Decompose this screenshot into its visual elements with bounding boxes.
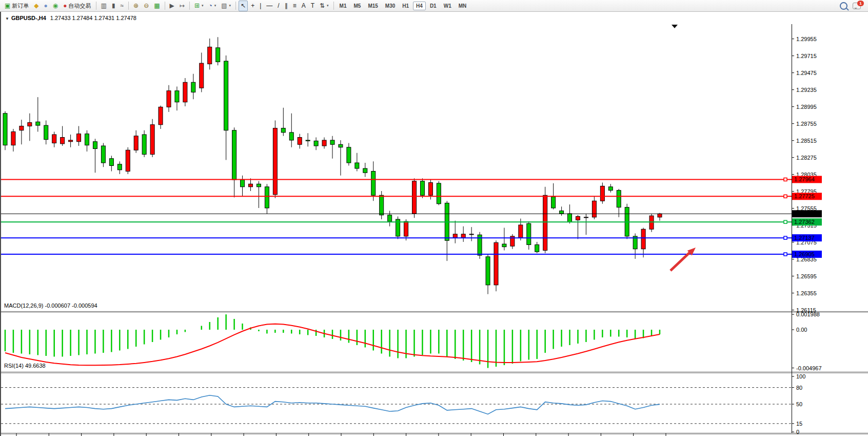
trendline-icon: / (278, 3, 279, 9)
line-chart-button[interactable]: ≈ (119, 1, 126, 11)
crosshair-button[interactable]: + (249, 1, 257, 11)
toolbar-separator (189, 2, 190, 10)
macd-indicator-label: MACD(12,26,9) -0.000607 -0.000594 (4, 302, 97, 309)
zoom-in-button[interactable]: ⊕ (131, 1, 141, 11)
svg-text:100: 100 (796, 373, 805, 380)
timeframe-m5-button[interactable]: M5 (350, 2, 364, 10)
tile-windows-button[interactable]: ▦ (152, 1, 162, 11)
new-order-button-label: 新订单 (12, 2, 29, 10)
timeframe-m30-button[interactable]: M30 (382, 2, 398, 10)
svg-text:0.00: 0.00 (796, 327, 807, 333)
svg-text:-0.004967: -0.004967 (796, 365, 822, 371)
market-watch-icon-icon: ◆ (34, 3, 38, 9)
toolbar-separator (165, 2, 165, 10)
chart-canvas[interactable]: 1.299551.297151.294751.292351.289951.287… (1, 12, 868, 436)
vertical-line-icon: | (260, 3, 261, 9)
fibonacci-icon: ≡ (293, 3, 297, 9)
profile-icon-icon: ● (44, 3, 48, 9)
new-order-button[interactable]: ▣新订单 (3, 1, 31, 11)
svg-text:1.27137: 1.27137 (794, 235, 815, 241)
timeframe-toolbar: M1M5M15M30H1H4D1W1MN (336, 2, 470, 10)
arrows-tool-button[interactable]: ⇅▾ (318, 1, 331, 11)
signal-icon-icon: ◉ (53, 3, 58, 9)
svg-text:1.28995: 1.28995 (796, 104, 817, 110)
periods-clock-button[interactable]: ◔▾ (206, 1, 218, 11)
timeframe-m15-button[interactable]: M15 (365, 2, 381, 10)
auto-trading-icon: ● (63, 3, 67, 9)
svg-text:50: 50 (796, 401, 802, 407)
vertical-line-button[interactable]: | (258, 1, 263, 11)
symbol-period-label: GBPUSD-,H4 (11, 15, 46, 21)
fibonacci-button[interactable]: ≡ (291, 1, 299, 11)
cursor-icon: ↖ (241, 3, 246, 9)
svg-text:1.29235: 1.29235 (796, 87, 817, 93)
collapse-panel-icon[interactable]: ▼ (5, 16, 9, 21)
profile-icon-button[interactable]: ● (42, 1, 50, 11)
text-icon: A (302, 3, 306, 9)
zoom-out-button[interactable]: ⊖ (142, 1, 151, 11)
timeframe-m1-button[interactable]: M1 (337, 2, 350, 10)
svg-text:1.29955: 1.29955 (796, 36, 817, 42)
templates-button[interactable]: ▧▾ (219, 1, 233, 11)
horizontal-line-button[interactable]: — (264, 1, 274, 11)
timeframe-w1-button[interactable]: W1 (441, 2, 455, 10)
svg-text:1.27362: 1.27362 (794, 219, 815, 225)
svg-text:15: 15 (796, 421, 802, 427)
toolbar-separator (96, 2, 96, 10)
toolbar-separator (333, 2, 334, 10)
toolbar-separator (235, 2, 236, 10)
timeframe-h1-button[interactable]: H1 (399, 2, 412, 10)
line-chart-icon: ≈ (121, 3, 124, 9)
chart-shift-button[interactable]: ↦ (177, 1, 187, 11)
svg-text:1.28515: 1.28515 (796, 138, 817, 144)
auto-trading-button[interactable]: ●自动交易 (61, 1, 93, 11)
svg-text:0: 0 (796, 429, 799, 435)
svg-text:1.29475: 1.29475 (796, 70, 817, 76)
timeframe-h4-button[interactable]: H4 (413, 2, 426, 10)
trendline-button[interactable]: / (275, 1, 281, 11)
bar-chart-button[interactable]: ▥ (99, 1, 109, 11)
equidistant-channel-button[interactable]: ∥ (283, 1, 290, 11)
timeframe-mn-button[interactable]: MN (456, 2, 470, 10)
tile-windows-icon: ▦ (154, 3, 160, 9)
auto-trading-button-label: 自动交易 (69, 2, 91, 10)
auto-scroll-icon: ▶ (170, 3, 174, 9)
horizontal-line-icon: — (266, 3, 272, 9)
notification-badge: 1 (857, 1, 864, 6)
chart-title: ▼GBPUSD-,H41.27433 1.27484 1.27431 1.274… (5, 15, 136, 21)
text-label-button[interactable]: T (309, 1, 317, 11)
rsi-indicator-label: RSI(14) 49.6638 (4, 363, 46, 369)
main-toolbar: ▣新订单◆●◉●自动交易▥▮≈⊕⊖▦▶↦⊞▾◔▾▧▾↖+|—/∥≡AT⇅▾ M1… (0, 0, 868, 12)
svg-text:0.001988: 0.001988 (796, 311, 820, 317)
svg-text:1.29715: 1.29715 (796, 53, 817, 59)
indicators-button[interactable]: ⊞▾ (192, 1, 206, 11)
chevron-down-icon[interactable]: ▾ (327, 4, 329, 8)
chart-shift-icon: ↦ (180, 3, 185, 9)
chevron-down-icon[interactable]: ▾ (229, 4, 231, 8)
svg-text:1.27964: 1.27964 (794, 176, 815, 182)
candlestick-chart-icon: ▮ (112, 3, 115, 9)
toolbar-separator (128, 2, 129, 10)
chevron-down-icon[interactable]: ▾ (214, 4, 216, 8)
templates-icon: ▧ (221, 3, 227, 9)
candlestick-chart-button[interactable]: ▮ (110, 1, 117, 11)
ohlc-values: 1.27433 1.27484 1.27431 1.27478 (50, 15, 136, 21)
text-button[interactable]: A (300, 1, 308, 11)
equidistant-channel-icon: ∥ (285, 3, 288, 9)
mt4-terminal: ▣新订单◆●◉●自动交易▥▮≈⊕⊖▦▶↦⊞▾◔▾▧▾↖+|—/∥≡AT⇅▾ M1… (0, 0, 868, 436)
bar-chart-icon: ▥ (101, 3, 107, 9)
chat-icon[interactable]: 1 (853, 3, 861, 9)
svg-text:1.28275: 1.28275 (796, 155, 817, 161)
new-order-icon: ▣ (5, 3, 10, 9)
chart-window[interactable]: ▼GBPUSD-,H41.27433 1.27484 1.27431 1.274… (0, 12, 868, 436)
toolbar-right-group: 1 (840, 2, 868, 10)
svg-text:1.26905: 1.26905 (794, 251, 815, 257)
chevron-down-icon[interactable]: ▾ (202, 4, 204, 8)
cursor-button[interactable]: ↖ (239, 1, 248, 11)
toolbar-button-group: ▣新订单◆●◉●自动交易▥▮≈⊕⊖▦▶↦⊞▾◔▾▧▾↖+|—/∥≡AT⇅▾ (2, 1, 336, 11)
timeframe-d1-button[interactable]: D1 (427, 2, 440, 10)
market-watch-icon-button[interactable]: ◆ (32, 1, 41, 11)
signal-icon-button[interactable]: ◉ (51, 1, 60, 11)
search-icon[interactable] (840, 2, 847, 10)
auto-scroll-button[interactable]: ▶ (168, 1, 176, 11)
